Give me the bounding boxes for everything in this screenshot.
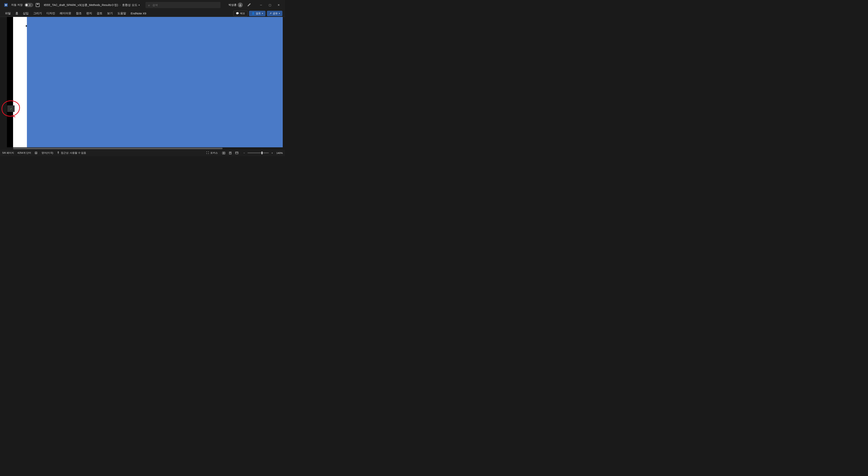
page-margin [13,17,27,147]
zoom-slider[interactable] [248,152,269,153]
tab-layout[interactable]: 레이아웃 [58,10,73,16]
check-icon: ✓ [10,107,12,111]
search-box[interactable]: ⌕ [146,2,220,8]
word-app-icon: W [4,3,8,7]
web-layout-button[interactable] [234,151,240,155]
read-mode-button[interactable] [221,151,227,155]
svg-point-2 [58,152,59,152]
autosave-state: 끔 [29,4,31,6]
tab-review[interactable]: 검토 [94,10,105,16]
comment-icon: 💬 [236,12,239,15]
print-layout-button[interactable] [227,151,233,155]
word-count[interactable]: 4254개 단어 [18,151,31,155]
svg-point-0 [240,4,241,5]
zoom-level[interactable]: 140% [276,152,283,154]
share-button[interactable]: ↗ 공유 ▾ [267,11,282,16]
tab-mailings[interactable]: 편지 [84,10,94,16]
tab-view[interactable]: 보기 [105,10,115,16]
selected-content[interactable] [27,17,283,147]
accessibility-icon [57,151,60,155]
text-marker [26,25,27,27]
tab-help[interactable]: 도움말 [115,10,128,16]
zoom-out-button[interactable]: − [242,152,247,154]
tab-home[interactable]: 홈 [13,10,21,16]
pen-icon[interactable] [247,3,251,7]
person-icon: 👤 [252,12,255,15]
maximize-button[interactable]: ▢ [266,2,274,8]
status-bar: 5/8 페이지 4254개 단어 영어(미국) 접근성: 사용할 수 없음 포커… [0,150,285,156]
accessibility-status[interactable]: 접근성: 사용할 수 없음 [57,151,86,155]
scrollbar-thumb[interactable] [13,148,223,149]
tab-design[interactable]: 디자인 [44,10,58,16]
memo-button[interactable]: 💬 메모 [233,11,248,16]
minimize-button[interactable]: ─ [257,2,266,8]
chevron-down-icon: ▾ [262,12,263,14]
separator: - [120,3,121,7]
close-button[interactable]: ✕ [274,2,283,8]
accept-change-button[interactable]: ✓ [7,106,14,112]
search-input[interactable] [152,3,218,6]
user-name[interactable]: 박성훈 [228,3,237,7]
autosave-label: 자동 저장 [11,3,23,7]
zoom-slider-thumb[interactable] [261,152,262,154]
page-indicator[interactable]: 5/8 페이지 [2,151,14,155]
chevron-down-icon: ▾ [279,12,280,14]
document-title[interactable]: IEEE_TAC_draft_SPARK_v3(성훈_Methods_Resul… [44,3,118,7]
tab-insert[interactable]: 삽입 [21,10,31,16]
tab-draw[interactable]: 그리기 [31,10,44,16]
spellcheck-icon[interactable] [35,151,38,155]
tab-endnote[interactable]: EndNote X9 [128,10,149,16]
save-button[interactable] [36,3,40,7]
language-indicator[interactable]: 영어(미국) [41,151,53,155]
user-avatar[interactable] [238,2,243,7]
horizontal-scrollbar[interactable] [7,147,283,150]
search-icon: ⌕ [148,3,150,6]
zoom-controls: − + 140% [242,152,283,154]
chevron-down-icon: ▾ [138,4,140,6]
focus-mode-button[interactable]: 포커스 [206,151,218,155]
zoom-in-button[interactable]: + [270,152,275,154]
autosave-toggle[interactable]: 끔 [25,3,33,7]
tab-references[interactable]: 참조 [73,10,84,16]
share-icon: ↗ [270,12,272,15]
tab-file[interactable]: 파일 [3,10,13,16]
toggle-knob [25,4,28,6]
review-button[interactable]: 👤 검토 ▾ [249,11,266,16]
compatibility-mode[interactable]: 호환성 모드 ▾ [122,3,140,7]
ribbon-tabs: 파일 홈 삽입 그리기 디자인 레이아웃 참조 편지 검토 보기 도움말 End… [0,10,285,17]
focus-icon [206,151,209,155]
document-area[interactable] [7,17,283,150]
svg-rect-6 [236,152,238,154]
title-bar: W 자동 저장 끔 IEEE_TAC_draft_SPARK_v3(성훈_Met… [0,0,285,10]
